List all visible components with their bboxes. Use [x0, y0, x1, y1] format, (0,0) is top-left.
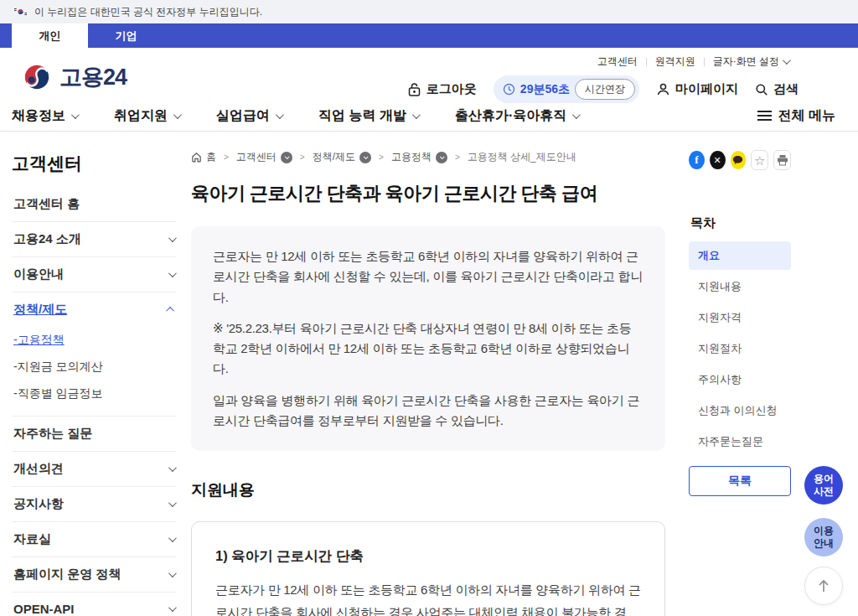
tab-individual-label: 개인 — [39, 28, 61, 44]
overview-paragraph: 근로자는 만 12세 이하 또는 초등학교 6학년 이하의 자녀를 양육하기 위… — [213, 246, 644, 308]
facebook-share-button[interactable]: f — [689, 151, 705, 169]
sidebar-item-policy[interactable]: 정책/제도 — [12, 292, 176, 327]
circle-chevron-icon — [359, 152, 371, 163]
tab-individual[interactable]: 개인 — [12, 23, 88, 48]
circle-chevron-icon — [436, 152, 447, 163]
guide-floating-button[interactable]: 이용 안내 — [804, 518, 843, 556]
nav-item-unemployment-benefits[interactable]: 실업급여 — [216, 107, 282, 125]
search-button[interactable]: 검색 — [755, 81, 799, 97]
toc-item-support-details[interactable]: 지원내용 — [689, 272, 791, 301]
detail-paragraph: 근로자가 만 12세 이하 또는 초등학교 6학년 이하의 자녀를 양육하기 위… — [215, 579, 641, 616]
sidebar-item-site-policy[interactable]: 홈페이지 운영 정책 — [12, 557, 176, 593]
x-share-button[interactable]: ✕ — [710, 151, 726, 169]
overview-paragraph: ※ '25.2.23.부터 육아기 근로시간 단축 대상자녀 연령이 만 8세 … — [213, 318, 644, 380]
chevron-down-icon — [168, 569, 177, 577]
detail-heading: 1) 육아기 근로시간 단축 — [215, 547, 641, 566]
toc-item-faq[interactable]: 자주묻는질문 — [689, 427, 791, 456]
toc-item-eligibility[interactable]: 지원자격 — [689, 303, 791, 332]
chevron-down-icon — [276, 111, 284, 119]
mypage-button[interactable]: 마이페이지 — [656, 81, 738, 97]
toc-item-cautions[interactable]: 주의사항 — [689, 365, 791, 394]
breadcrumb-current: 고용정책 상세_제도안내 — [468, 150, 576, 164]
chevron-down-icon — [364, 154, 369, 159]
sidebar-item-archive[interactable]: 자료실 — [12, 522, 176, 557]
sidebar-item-label: 이용안내 — [13, 267, 64, 282]
nav-item-recruit-info[interactable]: 채용정보 — [12, 107, 77, 125]
divider — [704, 58, 705, 66]
logo-text: 고용24 — [59, 62, 127, 92]
logout-button[interactable]: 로그아웃 — [407, 81, 477, 97]
nav-item-vocational-training[interactable]: 직업 능력 개발 — [318, 107, 418, 125]
global-nav: 채용정보 취업지원 실업급여 직업 능력 개발 출산휴가·육아휴직 전체 메뉴 — [0, 106, 858, 132]
breadcrumb-employment-policy[interactable]: 고용정책 — [391, 150, 447, 164]
session-timer: 29분56초 시간연장 — [494, 75, 639, 103]
bookmark-star-button[interactable]: ☆ — [751, 150, 768, 170]
sidebar-subitem-wage-info[interactable]: -직종별 임금정보 — [13, 380, 174, 407]
arrow-up-icon — [817, 578, 830, 593]
kakao-share-button[interactable] — [731, 151, 747, 169]
overview-paragraph: 일과 양육을 병행하기 위해 육아기 근로시간 단축을 사용한 근로자는 육아기… — [213, 391, 644, 432]
sidebar-item-open-api[interactable]: OPEN-API — [12, 593, 176, 616]
glossary-floating-button[interactable]: 용어 사전 — [804, 466, 843, 505]
sidebar-item-suggestions[interactable]: 개선의견 — [12, 452, 176, 487]
sidebar-item-label: 홈페이지 운영 정책 — [13, 567, 121, 582]
section-title-support-details: 지원내용 — [191, 479, 665, 501]
breadcrumb-policy[interactable]: 정책/제도 — [313, 150, 371, 164]
toc-item-procedure[interactable]: 지원절차 — [689, 334, 791, 363]
sidebar-item-label: 고용24 소개 — [13, 231, 81, 247]
toc-item-application-appeal[interactable]: 신청과 이의신청 — [689, 396, 791, 425]
header: 고용24 고객센터 원격지원 글자·화면 설정 로그아웃 — [0, 48, 858, 106]
toc-title: 목차 — [689, 215, 791, 231]
sidebar-subitem-employment-policy[interactable]: -고용정책 — [13, 327, 174, 354]
breadcrumb-customer-center[interactable]: 고객센터 — [236, 150, 292, 164]
sidebar-item-notice[interactable]: 공지사항 — [12, 487, 176, 522]
chevron-down-icon — [168, 534, 177, 542]
chevron-down-icon — [412, 111, 421, 119]
logo[interactable]: 고용24 — [23, 62, 127, 92]
sidebar-item-label: 자주하는 질문 — [13, 426, 92, 442]
sidebar-item-faq[interactable]: 자주하는 질문 — [12, 417, 176, 452]
toc-item-overview[interactable]: 개요 — [689, 241, 791, 270]
breadcrumb-home[interactable]: 홈 — [191, 150, 216, 164]
sidebar: 고객센터 고객센터 홈 고용24 소개 이용안내 정책/제도 -고용정책 -지원… — [12, 150, 176, 616]
circle-chevron-icon — [281, 152, 292, 163]
chevron-down-icon — [783, 56, 791, 65]
user-type-tab-bar: 개인 기업 — [0, 23, 858, 48]
sidebar-item-customer-home[interactable]: 고객센터 홈 — [12, 187, 176, 222]
utility-remote-support[interactable]: 원격지원 — [655, 54, 695, 69]
main-content: 홈 > 고객센터 > 정책/제도 > 고용정책 > 고용정책 상세_ — [191, 150, 665, 616]
breadcrumb: 홈 > 고객센터 > 정책/제도 > 고용정책 > 고용정책 상세_ — [191, 150, 665, 164]
page-title: 육아기 근로시간 단축과 육아기 근로시간 단축 급여 — [191, 181, 665, 206]
lock-icon — [407, 82, 421, 97]
utility-display-settings-label: 글자·화면 설정 — [713, 54, 779, 69]
nav-label: 직업 능력 개발 — [318, 107, 406, 125]
star-icon: ☆ — [754, 154, 765, 167]
nav-item-employment-support[interactable]: 취업지원 — [114, 107, 179, 125]
scroll-to-top-button[interactable] — [804, 567, 843, 605]
sidebar-item-usage-guide[interactable]: 이용안내 — [12, 257, 176, 292]
print-button[interactable] — [773, 150, 791, 170]
person-icon — [656, 82, 670, 96]
tab-business[interactable]: 기업 — [88, 23, 164, 48]
sidebar-title: 고객센터 — [12, 152, 176, 175]
sidebar-item-label: 정책/제도 — [13, 302, 67, 318]
glossary-label-line2: 사전 — [814, 485, 834, 498]
gov-emblem-icon — [23, 63, 51, 91]
sidebar-item-about[interactable]: 고용24 소개 — [12, 222, 176, 257]
all-menu-button[interactable]: 전체 메뉴 — [757, 107, 835, 125]
home-icon — [191, 152, 202, 163]
chevron-up-icon — [166, 307, 174, 315]
glossary-label-line1: 용어 — [814, 473, 834, 485]
list-button[interactable]: 목록 — [689, 466, 791, 496]
chevron-down-icon — [168, 463, 177, 472]
official-banner-text: 이 누리집은 대한민국 공식 전자정부 누리집입니다. — [34, 5, 262, 19]
page: 이 누리집은 대한민국 공식 전자정부 누리집입니다. 개인 기업 — [0, 0, 858, 616]
chevron-down-icon — [71, 111, 80, 119]
utility-display-settings[interactable]: 글자·화면 설정 — [713, 54, 788, 69]
breadcrumb-separator: > — [455, 153, 460, 162]
sidebar-subitem-subsidy-calculator[interactable]: -지원금 모의계산 — [13, 354, 174, 380]
nav-item-maternity-parental-leave[interactable]: 출산휴가·육아휴직 — [455, 107, 578, 125]
utility-customer-center[interactable]: 고객센터 — [597, 54, 638, 69]
mypage-label: 마이페이지 — [675, 81, 738, 97]
extend-session-button[interactable]: 시간연장 — [575, 79, 635, 100]
